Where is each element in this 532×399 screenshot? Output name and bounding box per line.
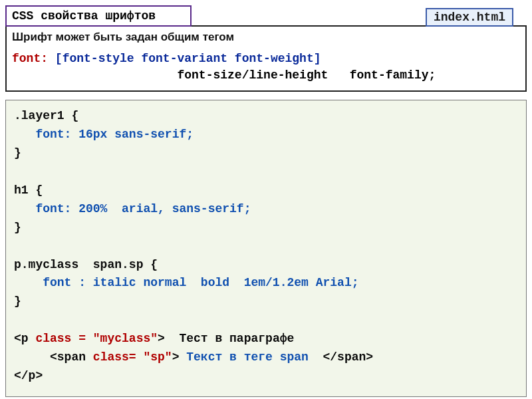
filename-badge: index.html [426,8,513,27]
indent [14,350,50,364]
p-open: <p [14,332,35,345]
rule1-selector: .layer1 { [14,109,78,122]
p-rest: > Тест в параграфе [158,332,294,345]
syntax-caption: Шрифт может быть задан общим тегом [12,31,520,44]
font-required-params: font-size/line-height font-family; [177,68,436,82]
rule1-decl: font: 16px sans-serif; [14,128,194,141]
rule2-selector: h1 { [14,184,43,197]
rule2-decl: font: 200% arial, sans-serif; [14,202,251,215]
rule3-selector: p.myclass span.sp { [14,258,158,271]
indent [12,68,177,82]
span-text: Текст в теге span [179,350,323,364]
syntax-code: font: [font-style font-variant font-weig… [12,51,520,84]
rule2-close: } [14,221,21,234]
page-title: CSS свойства шрифтов [5,5,192,27]
font-optional-params: [font-style font-variant font-weight] [55,52,321,65]
span-attr: class= "sp" [93,350,172,364]
span-end: </span> [323,350,374,364]
header-row: CSS свойства шрифтов index.html [5,5,527,27]
rule1-close: } [14,146,21,160]
p-attr: class = "myclass" [35,332,158,345]
rule3-close: } [14,295,21,308]
syntax-box: Шрифт может быть задан общим тегом font:… [5,25,527,92]
span-gt: > [172,350,180,364]
rule3-decl: font : italic normal bold 1em/1.2em Aria… [14,276,358,289]
code-example: .layer1 { font: 16px sans-serif; } h1 { … [5,100,527,396]
p-close: </p> [14,369,43,382]
font-keyword: font: [12,52,48,65]
span-open: <span [50,350,93,364]
